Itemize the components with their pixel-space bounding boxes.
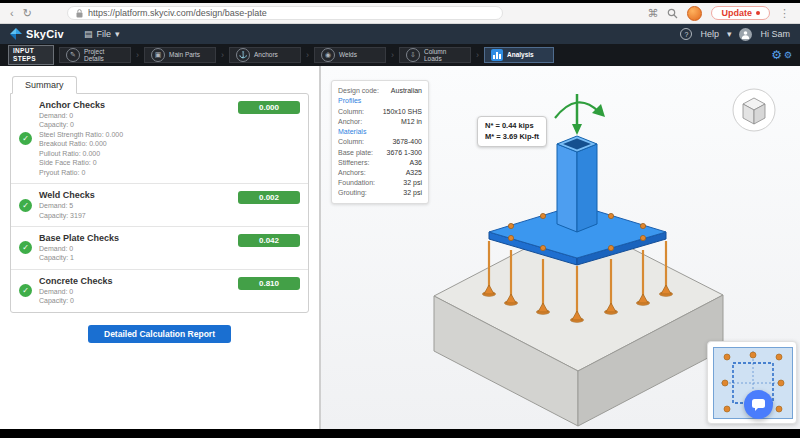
ratio-badge: 0.042 <box>238 234 300 247</box>
info-value: 32 psi <box>403 188 422 198</box>
column-loads-icon: ⇩ <box>406 48 420 62</box>
summary-panel: Summary ✓ Anchor Checks Demand: 0 Capaci… <box>0 66 320 429</box>
info-value: Australian <box>391 86 422 96</box>
info-value: A36 <box>410 158 422 168</box>
info-label: Anchors: <box>338 168 366 178</box>
step-label: Welds <box>339 51 379 58</box>
check-name: Base Plate Checks <box>39 233 231 243</box>
browser-toolbar: ‹ ↻ https://platform.skyciv.com/design/b… <box>0 3 800 24</box>
check-detail: Capacity: 0 <box>39 120 231 129</box>
orientation-compass[interactable] <box>730 86 778 134</box>
profiles-link[interactable]: Profiles <box>338 96 422 107</box>
chevron-right-icon: › <box>136 50 139 60</box>
info-value: 32 psi <box>403 178 422 188</box>
search-icon[interactable] <box>667 8 678 19</box>
update-button[interactable]: Update <box>711 6 770 20</box>
chevron-right-icon: › <box>476 50 479 60</box>
column-right-face <box>577 144 597 232</box>
weld-checks-section: ✓ Weld Checks Demand: 5 Capacity: 3197 0… <box>11 184 308 227</box>
check-circle-icon: ✓ <box>19 199 32 212</box>
chevron-right-icon: › <box>391 50 394 60</box>
welds-icon: ◉ <box>321 48 335 62</box>
info-label: Grouting: <box>338 188 367 198</box>
info-label: Column: <box>338 107 364 117</box>
help-caret-icon: ▾ <box>727 29 732 39</box>
main-parts-icon: ▣ <box>151 48 165 62</box>
load-value-label: N* = 0.44 kips M* = 3.69 Kip-ft <box>477 116 547 147</box>
base-plate-checks-section: ✓ Base Plate Checks Demand: 0 Capacity: … <box>11 227 308 270</box>
check-circle-icon: ✓ <box>19 284 32 297</box>
info-label: Anchor: <box>338 117 362 127</box>
check-detail: Steel Strength Ratio: 0.000 <box>39 130 231 139</box>
check-name: Weld Checks <box>39 190 231 200</box>
info-label: Foundation: <box>338 178 375 188</box>
file-menu-label: File <box>96 29 111 39</box>
steps-bar: INPUT STEPS ✎ Project Details › ▣ Main P… <box>0 44 800 66</box>
step-column-loads[interactable]: ⇩ Column Loads <box>399 47 471 63</box>
check-detail: Capacity: 1 <box>39 253 231 262</box>
check-name: Anchor Checks <box>39 100 231 110</box>
browser-profile-avatar[interactable] <box>687 6 702 21</box>
step-welds[interactable]: ◉ Welds <box>314 47 386 63</box>
step-anchors[interactable]: ⚓ Anchors <box>229 47 301 63</box>
step-main-parts[interactable]: ▣ Main Parts <box>144 47 216 63</box>
tab-summary[interactable]: Summary <box>12 76 77 94</box>
anchor-checks-section: ✓ Anchor Checks Demand: 0 Capacity: 0 St… <box>11 94 308 184</box>
options-gear-icon[interactable]: ⚙ <box>784 51 792 60</box>
check-circle-icon: ✓ <box>19 132 32 145</box>
lock-icon <box>76 9 83 18</box>
step-label: Analysis <box>507 51 547 58</box>
input-steps-label: INPUT STEPS <box>8 45 54 65</box>
detailed-calculation-report-button[interactable]: Detailed Calculation Report <box>88 325 231 343</box>
step-project-details[interactable]: ✎ Project Details <box>59 47 131 63</box>
concrete-checks-section: ✓ Concrete Checks Demand: 0 Capacity: 0 … <box>11 270 308 312</box>
file-menu[interactable]: ▤ File ▾ <box>84 29 120 39</box>
check-name: Concrete Checks <box>39 276 231 286</box>
model-info-card: Design code:Australian Profiles Column:1… <box>331 80 429 204</box>
skyciv-logo[interactable]: SkyCiv <box>10 28 64 40</box>
window-bottom-strip <box>0 429 800 438</box>
url-bar[interactable]: https://platform.skyciv.com/design/base-… <box>67 6 503 20</box>
check-detail: Demand: 5 <box>39 201 231 210</box>
person-icon <box>741 30 750 39</box>
user-greeting[interactable]: Hi Sam <box>760 29 790 39</box>
summary-card: ✓ Anchor Checks Demand: 0 Capacity: 0 St… <box>10 93 309 313</box>
update-label: Update <box>721 8 752 18</box>
viewer-panel: Design code:Australian Profiles Column:1… <box>320 66 800 429</box>
axial-load-text: N* = 0.44 kips <box>485 120 539 131</box>
help-icon: ? <box>680 28 692 40</box>
help-menu[interactable]: Help <box>700 29 719 39</box>
check-detail: Capacity: 3197 <box>39 211 231 220</box>
anchors-icon: ⚓ <box>236 48 250 62</box>
info-value: 150x10 SHS <box>383 107 422 117</box>
back-icon[interactable]: ‹ <box>10 8 14 19</box>
command-icon[interactable]: ⌘ <box>647 8 658 19</box>
step-label: Project Details <box>84 48 124 63</box>
refresh-icon[interactable]: ↻ <box>23 8 32 19</box>
kebab-menu-icon[interactable]: ⋮ <box>779 8 790 19</box>
chat-launcher-button[interactable] <box>744 390 773 419</box>
info-value: A325 <box>406 168 422 178</box>
load-arrows <box>555 94 605 135</box>
check-detail: Side Face Ratio: 0 <box>39 158 231 167</box>
update-notification-dot <box>756 11 760 15</box>
file-menu-icon: ▤ <box>84 29 93 39</box>
app-header: SkyCiv ▤ File ▾ ? Help ▾ Hi Sam <box>0 24 800 44</box>
step-analysis[interactable]: Analysis <box>484 47 554 63</box>
brand-name: SkyCiv <box>26 28 64 40</box>
info-value: M12 in <box>401 117 422 127</box>
check-detail: Demand: 0 <box>39 244 231 253</box>
step-label: Anchors <box>254 51 294 58</box>
check-detail: Breakout Ratio: 0.000 <box>39 139 231 148</box>
info-value: 3676 1-300 <box>387 148 422 158</box>
chat-bubble-icon <box>751 398 766 412</box>
check-detail: Demand: 0 <box>39 111 231 120</box>
user-avatar[interactable] <box>739 28 752 41</box>
chevron-right-icon: › <box>306 50 309 60</box>
check-circle-icon: ✓ <box>19 241 32 254</box>
step-label: Main Parts <box>169 51 209 58</box>
settings-gear-icon[interactable]: ⚙ <box>771 49 782 61</box>
info-label: Column: <box>338 137 364 147</box>
materials-link[interactable]: Materials <box>338 127 422 138</box>
check-detail: Demand: 0 <box>39 287 231 296</box>
